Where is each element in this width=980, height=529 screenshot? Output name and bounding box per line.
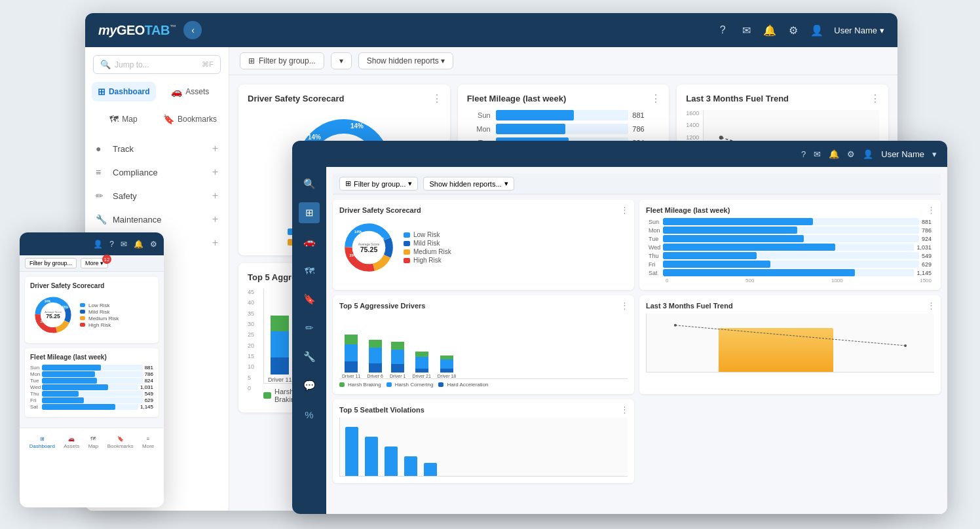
- filter-btn-2[interactable]: ⊞ Filter by group... ▾: [339, 177, 418, 191]
- pencil-icon-2[interactable]: ✏: [299, 318, 320, 338]
- user-name[interactable]: User Name ▾: [834, 26, 884, 35]
- svg-point-23: [674, 324, 677, 327]
- nav-more-icon: ≡: [147, 436, 150, 442]
- dashboard-icon-2[interactable]: ⊞: [299, 202, 320, 223]
- bell-icon-3[interactable]: 🔔: [134, 240, 143, 249]
- sidebar-item-maintenance[interactable]: 🔧 Maintenance +: [85, 208, 229, 231]
- dashboard-2: ⊞ Filter by group... ▾ Show hidden repor…: [326, 167, 947, 514]
- search-icon-2[interactable]: 🔍: [299, 173, 320, 194]
- driver11-acceleration: [271, 357, 289, 374]
- filter-by-group-button[interactable]: ⊞ Filter by group...: [240, 52, 324, 69]
- svg-line-22: [675, 325, 905, 346]
- aggressive-yaxis: 45 40 35 30 25 20 15 10 5 0: [248, 289, 259, 403]
- aggressive-card-2: Top 5 Aggressive Drivers ⋮ Driver 11: [333, 295, 634, 394]
- user-name-2[interactable]: User Name: [881, 149, 924, 159]
- driver11-cornering: [271, 331, 289, 357]
- sidebar-item-track[interactable]: ● Track +: [85, 137, 229, 160]
- safety-title-2: Driver Safety Scorecard: [339, 206, 628, 214]
- search-placeholder: Jump to...: [115, 60, 149, 69]
- show-hidden-button[interactable]: Show hidden reports ▾: [358, 52, 453, 69]
- person-icon-3: 👤: [93, 240, 103, 249]
- chat-icon-2[interactable]: 💬: [299, 375, 320, 396]
- gear-icon-2[interactable]: ⚙: [847, 149, 855, 159]
- compliance-expand-icon[interactable]: +: [212, 166, 218, 178]
- fleet-bars-2: Sun881 Mon786 Tue924 Wed1,031 Thu549 Fri…: [646, 218, 934, 283]
- back-button[interactable]: ‹: [183, 21, 202, 39]
- tab-map[interactable]: 🗺 Map: [92, 109, 155, 129]
- aggressive-menu-2[interactable]: ⋮: [620, 301, 629, 310]
- gear-icon-3[interactable]: ⚙: [150, 240, 157, 249]
- bottom-nav-bookmarks[interactable]: 🔖 Bookmarks: [107, 436, 134, 449]
- gear-icon[interactable]: ⚙: [787, 24, 800, 37]
- filter-btn-3[interactable]: Filter by group...: [25, 258, 77, 268]
- user-icon-2[interactable]: 👤: [863, 149, 873, 159]
- sidebar-item-safety[interactable]: ✏ Safety +: [85, 184, 229, 208]
- seatbelt-bars-2: [339, 418, 628, 477]
- bell-icon-2[interactable]: 🔔: [829, 149, 839, 159]
- scorecard-card-3: Driver Safety Scorecard Average Score 75…: [25, 277, 159, 343]
- sidebar-item-compliance[interactable]: ≡ Compliance +: [85, 160, 229, 184]
- topbar-2: ? ✉ 🔔 ⚙ 👤 User Name ▾: [292, 141, 947, 167]
- topbar-3: 👤 ? ✉ 🔔 ⚙: [20, 232, 164, 255]
- fuel-line-2: [647, 314, 934, 372]
- svg-text:29%: 29%: [41, 320, 47, 323]
- fleet-menu-2[interactable]: ⋮: [927, 205, 935, 215]
- card-menu-icon[interactable]: ⋮: [432, 92, 442, 105]
- fleet-card-2: Fleet Mileage (last week) ⋮ Sun881 Mon78…: [639, 200, 941, 290]
- safety-menu-2[interactable]: ⋮: [620, 205, 629, 215]
- aggressive-legend-2: Harsh Braking Harsh Cornering Hard Accel…: [339, 382, 628, 388]
- svg-text:43%: 43%: [62, 306, 68, 309]
- bottom-nav-assets[interactable]: 🚗 Assets: [64, 436, 79, 449]
- track-expand-icon[interactable]: +: [212, 143, 218, 155]
- bookmark-icon-2[interactable]: 🔖: [299, 289, 320, 310]
- tab-bookmarks[interactable]: 🔖 Bookmarks: [158, 109, 222, 129]
- sustainability-expand-icon[interactable]: +: [212, 237, 218, 249]
- tab-dashboard[interactable]: ⊞ Dashboard: [92, 82, 156, 101]
- topbar-2-icons: ? ✉ 🔔 ⚙ 👤 User Name ▾: [801, 149, 937, 159]
- bell-icon[interactable]: 🔔: [763, 24, 776, 37]
- more-btn-3[interactable]: More ▾ 12: [81, 258, 108, 268]
- help-icon-2[interactable]: ?: [801, 149, 806, 159]
- nav-map-icon: 🗺: [90, 436, 96, 442]
- scorecard-content-3: Average Score 75.25 43% 14% 29% Low Risk…: [30, 292, 153, 338]
- nav-assets-icon: 🚗: [68, 436, 75, 442]
- fleet-menu-icon[interactable]: ⋮: [650, 92, 661, 105]
- seatbelt-card-2: Top 5 Seatbelt Violations ⋮: [333, 399, 634, 483]
- fleet-bars-3: Sun881 Mon786 Tue824 Wed1,031 Thu549 Fri…: [30, 363, 153, 412]
- mail-icon-3[interactable]: ✉: [121, 240, 127, 249]
- dashboard-icon: ⊞: [98, 86, 105, 97]
- safety-expand-icon[interactable]: +: [212, 190, 218, 202]
- mail-icon-2[interactable]: ✉: [814, 149, 821, 159]
- seatbelt-menu-2[interactable]: ⋮: [620, 405, 629, 414]
- percent-icon-2[interactable]: %: [299, 404, 320, 425]
- driver11-label: Driver 11: [268, 376, 292, 383]
- bottom-nav-dashboard[interactable]: ⊞ Dashboard: [29, 436, 55, 449]
- fuel-menu-2[interactable]: ⋮: [927, 301, 935, 310]
- search-bar[interactable]: 🔍 Jump to... ⌘F: [93, 55, 221, 74]
- bar-row-mon: Mon 786: [472, 124, 655, 134]
- maintenance-expand-icon[interactable]: +: [212, 213, 218, 225]
- second-browser-window: ? ✉ 🔔 ⚙ 👤 User Name ▾ 🔍 ⊞ 🚗 🗺 🔖 ✏ 🔧 💬 % …: [292, 141, 947, 514]
- svg-text:14%: 14%: [308, 134, 321, 141]
- bottom-nav-more[interactable]: ≡ More: [142, 436, 154, 449]
- track-icon: ●: [96, 143, 106, 154]
- show-hidden-btn-2[interactable]: Show hidden reports... ▾: [423, 177, 514, 191]
- wrench-icon-2[interactable]: 🔧: [299, 346, 320, 367]
- safety-scorecard-title: Driver Safety Scorecard: [248, 94, 441, 103]
- topbar-icons: ? ✉ 🔔 ⚙ 👤 User Name ▾: [716, 24, 884, 37]
- mail-icon[interactable]: ✉: [740, 24, 753, 37]
- user-icon[interactable]: 👤: [810, 24, 823, 37]
- bookmark-icon: 🔖: [163, 114, 174, 124]
- dropdown-button[interactable]: ▾: [331, 52, 352, 69]
- svg-point-11: [719, 136, 723, 139]
- tab-assets[interactable]: 🚗 Assets: [159, 82, 223, 101]
- svg-text:43%: 43%: [376, 236, 383, 240]
- map-icon-2[interactable]: 🗺: [299, 260, 320, 281]
- help-icon[interactable]: ?: [716, 24, 729, 37]
- bottom-nav-map[interactable]: 🗺 Map: [88, 436, 99, 449]
- fleet-mileage-title: Fleet Mileage (last week): [467, 94, 660, 103]
- assets-icon-2[interactable]: 🚗: [299, 231, 320, 252]
- fuel-menu-icon[interactable]: ⋮: [870, 92, 880, 105]
- help-icon-3[interactable]: ?: [109, 240, 114, 249]
- bar-row-sun: Sun 881: [472, 110, 655, 120]
